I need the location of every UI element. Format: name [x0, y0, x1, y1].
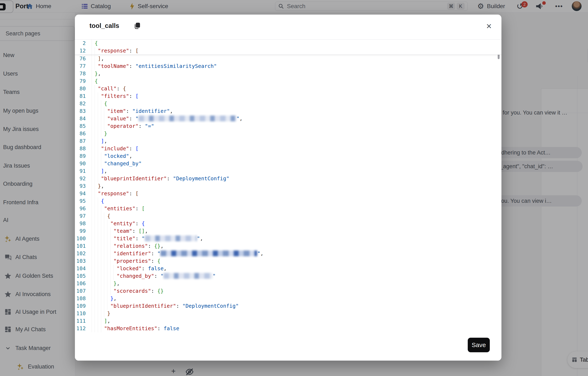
- code-line-86: 86}: [75, 130, 502, 137]
- line-number: 107: [75, 287, 86, 295]
- code-line-95: 95{: [75, 197, 502, 205]
- code-line-105: 105"changed_by": "": [75, 272, 502, 280]
- line-number: 88: [75, 145, 86, 152]
- line-number: 111: [75, 317, 86, 325]
- redacted-value: [160, 250, 257, 256]
- code-line-92: 92"blueprintIdentifier": "DeploymentConf…: [75, 175, 502, 182]
- code-line-103: 103"properties": {: [75, 257, 502, 265]
- json-code-editor[interactable]: 2{12"response": [ 76],77"toolName": "ent…: [75, 40, 502, 333]
- code-line-12: 12"response": [: [75, 47, 502, 54]
- code-line-112: 112"hasMoreEntities": false: [75, 325, 502, 332]
- line-number: 76: [75, 55, 86, 63]
- code-line-106: 106},: [75, 280, 502, 287]
- line-number: 82: [75, 100, 86, 107]
- line-number: 92: [75, 175, 86, 182]
- code-line-111: 111],: [75, 317, 502, 325]
- line-number: 93: [75, 182, 86, 190]
- tool-calls-modal: tool_calls ✕ 2{12"response": [ 76],77"to…: [75, 15, 502, 361]
- line-number: 100: [75, 235, 86, 242]
- code-line-89: 89"locked",: [75, 152, 502, 160]
- modal-title: tool_calls: [89, 22, 119, 30]
- modal-footer: Save: [75, 333, 502, 361]
- save-button[interactable]: Save: [468, 338, 490, 352]
- line-number: 86: [75, 130, 86, 137]
- line-number: 98: [75, 220, 86, 227]
- code-line-76: 76],: [75, 55, 502, 63]
- code-line-78: 78},: [75, 70, 502, 77]
- sticky-scroll-lines: 2{12"response": [: [75, 40, 502, 55]
- redacted-value: [138, 116, 236, 121]
- line-number: 12: [75, 47, 86, 54]
- code-line-104: 104"locked": false,: [75, 265, 502, 272]
- code-line-79: 79{: [75, 77, 502, 85]
- line-number: 96: [75, 205, 86, 212]
- code-line-85: 85"operator": "=": [75, 122, 502, 130]
- line-number: 103: [75, 257, 86, 265]
- line-number: 106: [75, 280, 86, 287]
- code-line-90: 90"changed_by": [75, 160, 502, 167]
- line-number: 91: [75, 167, 86, 175]
- code-line-84: 84"value": "",: [75, 115, 502, 122]
- line-number: 101: [75, 242, 86, 250]
- line-number: 85: [75, 122, 86, 130]
- code-line-87: 87],: [75, 137, 502, 145]
- code-line-102: 102"identifier": "",: [75, 250, 502, 257]
- line-number: 108: [75, 295, 86, 302]
- line-number: 90: [75, 160, 86, 167]
- code-line-2: 2{: [75, 40, 502, 47]
- line-number: 110: [75, 310, 86, 317]
- code-line-93: 93},: [75, 182, 502, 190]
- line-number: 104: [75, 265, 86, 272]
- code-line-83: 83"item": "identifier",: [75, 107, 502, 115]
- line-number: 99: [75, 227, 86, 235]
- line-number: 102: [75, 250, 86, 257]
- code-line-82: 82{: [75, 100, 502, 107]
- line-number: 78: [75, 70, 86, 77]
- close-icon[interactable]: ✕: [484, 21, 494, 31]
- line-number: 95: [75, 197, 86, 205]
- code-line-109: 109"blueprintIdentifier": "DeploymentCon…: [75, 302, 502, 310]
- code-line-110: 110}: [75, 310, 502, 317]
- code-line-98: 98"entity": {: [75, 220, 502, 227]
- line-number: 87: [75, 137, 86, 145]
- line-number: 89: [75, 152, 86, 160]
- code-lines: 76],77"toolName": "entitiesSimilaritySea…: [75, 55, 502, 332]
- line-number: 77: [75, 63, 86, 70]
- line-number: 84: [75, 115, 86, 122]
- code-line-91: 91],: [75, 167, 502, 175]
- line-number: 80: [75, 85, 86, 92]
- code-line-80: 80"call": {: [75, 85, 502, 92]
- code-line-108: 108},: [75, 295, 502, 302]
- code-line-77: 77"toolName": "entitiesSimilaritySearch": [75, 63, 502, 70]
- copy-icon[interactable]: [134, 22, 140, 29]
- line-number: 105: [75, 272, 86, 280]
- line-number: 94: [75, 190, 86, 197]
- code-line-81: 81"filters": [: [75, 92, 502, 100]
- code-line-99: 99"team": [],: [75, 227, 502, 235]
- code-line-100: 100"title": "",: [75, 235, 502, 242]
- line-number: 79: [75, 77, 86, 85]
- line-number: 2: [75, 40, 86, 47]
- line-number: 83: [75, 107, 86, 115]
- redacted-value: [145, 236, 197, 241]
- code-line-101: 101"relations": {},: [75, 242, 502, 250]
- code-line-96: 96"entities": [: [75, 205, 502, 212]
- line-number: 109: [75, 302, 86, 310]
- code-line-107: 107"scorecards": {}: [75, 287, 502, 295]
- line-number: 81: [75, 92, 86, 100]
- redacted-value: [164, 273, 212, 279]
- line-number: 112: [75, 325, 86, 332]
- code-line-88: 88"include": [: [75, 145, 502, 152]
- code-line-97: 97{: [75, 212, 502, 220]
- line-number: 97: [75, 212, 86, 220]
- code-line-94: 94"response": [: [75, 190, 502, 197]
